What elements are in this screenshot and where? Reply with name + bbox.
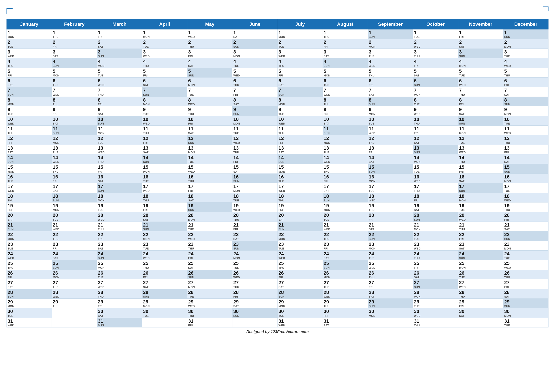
day-number: 31	[188, 318, 231, 324]
day-number: 2	[98, 39, 141, 45]
day-number: 20	[188, 213, 231, 218]
cell-december-12: 12THU	[503, 135, 548, 145]
day-number: 16	[53, 174, 96, 180]
cell-september-27: 27FRI	[368, 279, 413, 289]
cell-august-8: 8THU	[323, 97, 368, 106]
cell-february-13: 13TUE	[52, 145, 97, 154]
day-number: 28	[369, 290, 412, 295]
cell-january-10: 10WED	[7, 116, 52, 125]
day-name: TUE	[98, 142, 141, 144]
day-number: 3	[278, 49, 322, 55]
day-name: TUE	[98, 276, 141, 279]
day-name: FRI	[188, 324, 231, 327]
day-name: SUN	[143, 295, 186, 298]
cell-november-28: 28THU	[458, 289, 503, 299]
day-number: 21	[98, 222, 141, 228]
cell-october-19: 19SAT	[413, 202, 458, 212]
cell-may-22: 22WED	[187, 231, 232, 241]
cell-september-8: 8SUN	[368, 97, 413, 106]
day-number: 25	[188, 261, 231, 266]
day-number: 1	[278, 30, 322, 36]
cell-october-28: 28MON	[413, 289, 458, 299]
day-name: TUE	[459, 209, 502, 211]
day-name: TUE	[98, 209, 141, 211]
day-name: FRI	[143, 142, 186, 144]
cell-january-19: 19FRI	[7, 202, 52, 212]
cell-september-15: 15SUN	[368, 164, 413, 173]
day-number: 5	[504, 68, 548, 74]
cell-april-27: 27SAT	[142, 279, 187, 289]
footer-text: Designed by 123FreeVectors.com	[246, 330, 308, 334]
day-name: TUE	[188, 93, 231, 96]
cell-february-3: 3SAT	[52, 49, 97, 58]
day-name: SUN	[98, 122, 141, 125]
cell-may-29: 29WED	[187, 299, 232, 308]
day-number: 16	[143, 174, 186, 180]
calendar-row-17: 17WED17SAT17SUN17WED17FRI17MON17WED17SAT…	[7, 183, 548, 193]
day-number: 1	[233, 30, 277, 36]
cell-october-17: 17THU	[413, 183, 458, 193]
cell-february-18: 18SUN	[52, 193, 97, 202]
day-number: 5	[188, 68, 231, 74]
day-number: 27	[369, 280, 412, 285]
day-name: SAT	[459, 247, 502, 250]
cell-june-23: 23SUN	[232, 241, 278, 250]
day-name: SAT	[459, 180, 502, 183]
day-number: 19	[98, 203, 141, 209]
cell-january-7: 7SUN	[7, 87, 52, 97]
day-name: SUN	[369, 170, 412, 173]
day-name: TUE	[278, 113, 322, 115]
day-number: 13	[233, 145, 277, 151]
day-name: FRI	[98, 170, 141, 173]
day-name: SAT	[459, 314, 502, 317]
day-name: SAT	[143, 286, 186, 288]
day-name: SAT	[188, 64, 231, 67]
day-name: WED	[414, 180, 457, 183]
day-name: SUN	[369, 103, 412, 106]
day-number: 13	[414, 145, 457, 151]
day-number: 11	[369, 126, 412, 132]
cell-january-8: 8MON	[7, 97, 52, 106]
cell-july-31: 31WED	[278, 318, 323, 327]
cell-june-19: 19WED	[232, 202, 278, 212]
day-name: THU	[233, 218, 277, 221]
day-name: WED	[143, 122, 186, 125]
day-number: 27	[278, 280, 322, 285]
day-name: MON	[324, 276, 367, 279]
day-name: MON	[53, 74, 96, 77]
day-number: 5	[414, 68, 457, 74]
day-name: TUE	[414, 170, 457, 173]
day-name: FRI	[369, 218, 412, 221]
cell-april-5: 5FRI	[142, 68, 187, 77]
day-number: 17	[414, 184, 457, 189]
cell-december-22: 22SUN	[503, 231, 548, 241]
cell-may-2: 2THU	[187, 39, 232, 49]
day-number: 7	[324, 87, 367, 93]
day-number: 1	[324, 30, 367, 36]
day-number: 26	[278, 270, 322, 276]
cell-june-22: 22SAT	[232, 231, 278, 241]
cell-november-11: 11MON	[458, 125, 503, 135]
day-name: WED	[504, 199, 548, 202]
cell-march-22: 22FRI	[97, 231, 142, 241]
cell-september-29: 29SUN	[368, 299, 413, 308]
day-name: THU	[459, 295, 502, 298]
day-name: FRI	[278, 276, 322, 279]
day-name: TUE	[7, 45, 51, 48]
day-number: 16	[504, 174, 548, 180]
day-name: THU	[143, 266, 186, 269]
day-name: WED	[504, 64, 548, 67]
day-name: FRI	[53, 45, 96, 48]
cell-september-13: 13FRI	[368, 145, 413, 154]
day-name: WED	[369, 132, 412, 135]
day-name: WED	[324, 228, 367, 231]
day-name: TUE	[369, 190, 412, 192]
day-number: 23	[7, 242, 51, 247]
day-name: SAT	[504, 93, 548, 96]
day-number: 21	[188, 222, 231, 228]
day-name: FRI	[504, 84, 548, 86]
cell-march-31: 31SUN	[97, 318, 142, 327]
day-number: 8	[504, 97, 548, 103]
cell-september-2: 2MON	[368, 39, 413, 49]
cell-january-13: 13SAT	[7, 145, 52, 154]
